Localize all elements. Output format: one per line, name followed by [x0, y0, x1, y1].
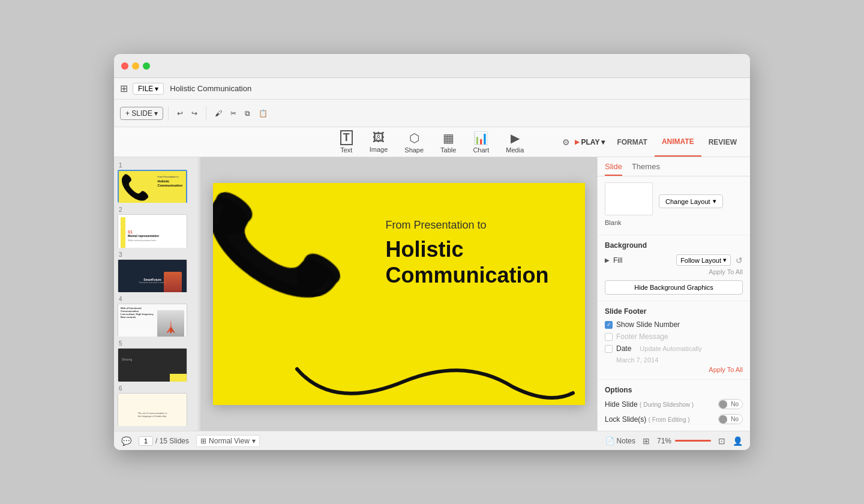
insert-shape[interactable]: ⬡ Shape — [404, 131, 424, 154]
close-button[interactable] — [121, 62, 128, 70]
fill-dropdown[interactable]: Follow Layout ▾ — [676, 254, 731, 266]
reset-fill-icon[interactable]: ↺ — [736, 256, 743, 265]
toolbar: + SLIDE ▾ ↩ ↪ 🖌 ✂ ⧉ 📋 — [114, 100, 750, 127]
footer-message-checkbox[interactable] — [605, 333, 613, 341]
change-layout-button[interactable]: Change Layout ▾ — [659, 194, 723, 208]
hide-slide-toggle[interactable]: No — [718, 399, 743, 409]
play-label: PLAY — [581, 138, 600, 146]
layout-icon[interactable]: ⊞ — [643, 436, 650, 446]
add-slide-label: + SLIDE — [125, 109, 152, 118]
view-label: Normal View — [209, 437, 250, 445]
layout-name: Blank — [605, 219, 653, 226]
fill-expand-icon[interactable]: ▶ — [605, 257, 610, 263]
animate-tab[interactable]: ANIMATE — [655, 127, 701, 157]
slide-tab[interactable]: Slide — [605, 162, 622, 176]
paste-button[interactable]: 📋 — [255, 107, 271, 120]
chevron-down-icon: ▾ — [155, 85, 158, 93]
date-checkbox[interactable] — [605, 345, 613, 353]
insert-media[interactable]: ▶ Media — [506, 131, 524, 154]
slide-number-5: 5 — [118, 340, 194, 347]
slide-thumb-2[interactable]: 2 01 Mental representation Slide content… — [118, 206, 194, 247]
canvas-area[interactable]: 📞 From Presentation to Holistic Communic… — [200, 157, 597, 431]
media-icon: ▶ — [511, 131, 520, 145]
footer-message-label: Footer Message — [616, 332, 668, 341]
slide-thumb-3[interactable]: 3 SmartFuture Teamwork and what it means — [118, 251, 194, 292]
insert-text-label: Text — [340, 146, 352, 154]
shape-icon: ⬡ — [409, 131, 419, 145]
change-layout-label: Change Layout — [665, 198, 710, 205]
slide3-text: SmartFuture Teamwork and what it means — [139, 278, 166, 284]
show-slide-number-checkbox[interactable] — [605, 321, 613, 329]
format-paint-button[interactable]: 🖌 — [211, 107, 226, 120]
background-label: Background — [605, 241, 743, 250]
insert-text[interactable]: T Text — [340, 130, 353, 154]
fill-label: Fill — [613, 256, 673, 265]
grid-icon[interactable]: ⊞ — [120, 83, 128, 94]
slide-thumb-5[interactable]: 5 Sharing Shar... — [118, 340, 194, 381]
zoom-slider[interactable] — [675, 440, 711, 442]
play-button[interactable]: ▶ PLAY ▾ — [570, 136, 610, 149]
chat-icon[interactable]: 💬 — [121, 436, 131, 446]
undo-button[interactable]: ↩ — [173, 107, 187, 120]
date-row: Date Update Automatically — [605, 344, 743, 353]
layout-preview — [605, 182, 653, 215]
cut-button[interactable]: ✂ — [227, 107, 240, 120]
insert-chart[interactable]: 📊 Chart — [473, 131, 489, 154]
add-slide-button[interactable]: + SLIDE ▾ — [120, 107, 163, 120]
maximize-button[interactable] — [143, 62, 150, 70]
slide-number-4: 4 — [118, 296, 194, 302]
slide-panel: 1 📞 From Presentation to HolisticCommuni… — [114, 157, 198, 431]
notes-label: Notes — [617, 437, 635, 445]
right-panel: Slide Themes Blank Change Layout ▾ — [597, 157, 750, 431]
user-icon[interactable]: 👤 — [733, 436, 743, 446]
toolbar-separator — [168, 106, 169, 121]
update-auto-label: Update Automatically — [640, 345, 701, 352]
file-menu[interactable]: FILE ▾ — [133, 83, 164, 95]
slide-counter: / 15 Slides — [139, 436, 189, 446]
slide-number-3: 3 — [118, 251, 194, 258]
insert-table-label: Table — [440, 146, 456, 154]
options-label: Options — [605, 386, 743, 394]
slide1-text: From Presentation to HolisticCommunicati… — [157, 176, 182, 188]
notes-button[interactable]: 📄 Notes — [605, 437, 635, 445]
insert-bar: T Text 🖼 Image ⬡ Shape ▦ Table 📊 Chart ▶… — [114, 127, 750, 157]
toolbar-group-history: ↩ ↪ — [173, 107, 201, 120]
play-chevron-icon: ▾ — [601, 138, 605, 146]
date-label: Date — [616, 344, 631, 353]
slide-preview-5: Sharing Shar... — [118, 348, 187, 381]
insert-image[interactable]: 🖼 Image — [370, 131, 388, 153]
lock-toggle-dot-icon — [719, 415, 727, 424]
slide-preview-1: 📞 From Presentation to HolisticCommunica… — [118, 170, 187, 203]
review-tab[interactable]: REVIEW — [701, 127, 744, 157]
slide-number-input[interactable] — [139, 436, 153, 446]
slide-thumb-1[interactable]: 1 📞 From Presentation to HolisticCommuni… — [118, 162, 194, 203]
insert-table[interactable]: ▦ Table — [440, 131, 456, 154]
view-selector[interactable]: ⊞ Normal View ▾ — [196, 435, 260, 447]
redo-button[interactable]: ↪ — [188, 107, 201, 120]
zoom-fit-icon[interactable]: ⊡ — [718, 436, 725, 446]
status-bar: 💬 / 15 Slides ⊞ Normal View ▾ 📄 Notes ⊞ … — [114, 431, 750, 450]
lock-slide-toggle[interactable]: No — [718, 414, 743, 424]
play-triangle-icon: ▶ — [575, 139, 580, 145]
background-section: Background ▶ Fill Follow Layout ▾ ↺ Appl… — [598, 235, 750, 301]
view-chevron-icon: ▾ — [252, 437, 256, 445]
slide-thumb-6[interactable]: 6 The art of communication isthe languag… — [118, 385, 194, 426]
format-tab[interactable]: FORMAT — [610, 127, 654, 157]
apply-all-footer[interactable]: Apply To All — [605, 366, 743, 373]
table-icon: ▦ — [443, 131, 454, 145]
toolbar-separator-2 — [206, 106, 206, 121]
document-title: Holistic Communication — [170, 84, 251, 93]
minimize-button[interactable] — [132, 62, 139, 70]
settings-icon[interactable]: ⚙ — [562, 137, 570, 147]
slide-thumb-4[interactable]: 4 Web of IntentionalCommunicationLow sur… — [118, 296, 194, 337]
canvas-subtitle: From Presentation to — [385, 219, 548, 232]
lock-slide-label: Lock Slide(s) ( From Editing ) — [605, 415, 718, 424]
themes-tab[interactable]: Themes — [632, 162, 660, 176]
copy-button[interactable]: ⧉ — [241, 107, 254, 120]
show-slide-number-label: Show Slide Number — [616, 320, 680, 329]
main-content: 1 📞 From Presentation to HolisticCommuni… — [114, 157, 750, 431]
hide-background-button[interactable]: Hide Background Graphics — [605, 280, 743, 295]
layout-section: Blank Change Layout ▾ — [598, 176, 750, 235]
slide-preview-6: The art of communication isthe language … — [118, 393, 187, 426]
apply-all-text[interactable]: Apply To All — [605, 268, 743, 275]
